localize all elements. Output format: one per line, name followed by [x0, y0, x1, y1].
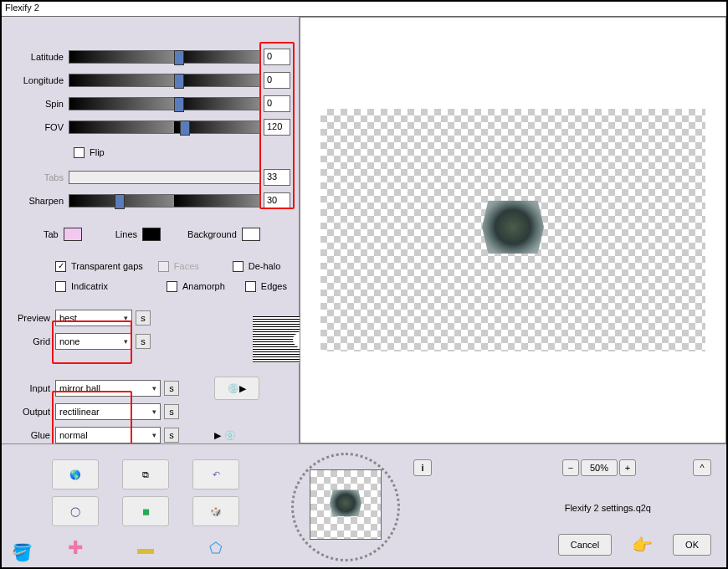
plus-pink-button[interactable]: ✚: [52, 533, 99, 563]
chevron-down-icon: ▾: [152, 408, 156, 416]
output-select-label: Output: [7, 407, 55, 417]
spin-slider[interactable]: [69, 97, 260, 110]
grid-select-label: Grid: [7, 336, 55, 346]
indicatrix-checkbox[interactable]: [55, 281, 66, 292]
dice-icon: 🎲: [210, 506, 222, 517]
play-icon: ▶: [214, 430, 221, 441]
transparent-gaps-checkbox[interactable]: [55, 261, 66, 272]
glue-select-label: Glue: [7, 430, 55, 440]
pentagon-icon: ⬠: [209, 539, 223, 557]
longitude-slider[interactable]: [69, 74, 260, 87]
pentagon-button[interactable]: ⬠: [192, 533, 239, 563]
square-icon-button[interactable]: ◼: [122, 496, 169, 526]
cancel-button[interactable]: Cancel: [558, 534, 612, 556]
chevron-down-icon: ▾: [152, 384, 156, 392]
slider-thumb[interactable]: [180, 120, 190, 136]
indicatrix-label: Indicatrix: [71, 281, 108, 291]
flip-checkbox[interactable]: [74, 147, 85, 158]
caret-up-icon: ^: [700, 463, 704, 473]
undo-icon-button[interactable]: ↶: [192, 459, 239, 490]
circle-icon: ◯: [70, 506, 80, 517]
plus-icon: ✚: [68, 537, 83, 559]
hand-pointer-icon: 👉: [632, 535, 653, 555]
zoom-in-button[interactable]: +: [619, 459, 636, 476]
spin-label: Spin: [2, 99, 69, 109]
slider-thumb[interactable]: [174, 50, 184, 65]
preview-image: [482, 197, 544, 257]
anamorph-checkbox[interactable]: [167, 281, 177, 292]
mini-preview-image: [330, 488, 361, 518]
disc-icon: 💿: [224, 430, 236, 441]
square-icon: ◼: [142, 506, 150, 517]
disc-play-icon: 💿▶: [228, 383, 246, 394]
faces-label: Faces: [174, 261, 199, 271]
fov-label: FOV: [2, 122, 69, 132]
circle-icon-button[interactable]: ◯: [52, 496, 99, 526]
dice-icon-button[interactable]: 🎲: [192, 496, 239, 526]
preview-grid-highlight-box: [52, 320, 132, 364]
paint-bucket-icon[interactable]: 🪣: [12, 542, 33, 562]
dehalo-label: De-halo: [249, 261, 281, 271]
output-s-button[interactable]: s: [164, 404, 179, 419]
edges-label: Edges: [261, 281, 287, 291]
tabs-slider: [69, 171, 260, 184]
window-title: Flexify 2: [5, 3, 39, 13]
dehalo-checkbox[interactable]: [233, 261, 244, 272]
controls-panel: Latitude 0 Longitude 0 Spin 0 FOV: [2, 17, 300, 443]
latitude-label: Latitude: [2, 52, 69, 62]
globe-icon: 🌎: [69, 469, 81, 480]
input-s-button[interactable]: s: [164, 381, 179, 396]
edges-checkbox[interactable]: [245, 281, 256, 292]
preview-select-label: Preview: [7, 313, 55, 323]
settings-file-label: Flexify 2 settings.q2q: [565, 503, 651, 513]
slider-thumb[interactable]: [174, 74, 184, 89]
copy-icon: ⧉: [142, 469, 149, 480]
slider-thumb[interactable]: [174, 97, 184, 112]
anamorph-label: Anamorph: [182, 281, 225, 291]
tabs-label: Tabs: [2, 172, 69, 182]
bottom-panel: 🌎 ⧉ ↶ ◯ ◼ 🎲 ✚ ▬ ⬠ 🪣: [2, 443, 726, 567]
flip-label: Flip: [90, 147, 105, 157]
fov-slider[interactable]: [69, 120, 260, 134]
copy-icon-button[interactable]: ⧉: [122, 459, 169, 490]
grid-s-button[interactable]: s: [136, 334, 151, 349]
plus-icon: +: [625, 463, 630, 473]
preview-s-button[interactable]: s: [136, 310, 151, 326]
longitude-label: Longitude: [2, 75, 69, 85]
ok-button[interactable]: OK: [673, 534, 711, 556]
chevron-down-icon: ▾: [152, 431, 156, 439]
background-color-label: Background: [187, 229, 237, 239]
tab-color-swatch[interactable]: [64, 228, 82, 241]
glue-s-button[interactable]: s: [164, 428, 179, 443]
globe-icon-button[interactable]: 🌎: [52, 459, 99, 490]
background-color-swatch[interactable]: [242, 228, 260, 241]
slider-thumb[interactable]: [115, 194, 125, 209]
info-button[interactable]: i: [413, 459, 432, 476]
preview-canvas[interactable]: [320, 109, 705, 351]
lines-color-label: Lines: [115, 229, 137, 239]
zoom-out-button[interactable]: −: [562, 459, 579, 476]
minus-icon: −: [568, 463, 573, 473]
play-disc-button[interactable]: 💿▶: [214, 377, 259, 400]
mini-preview[interactable]: [310, 469, 382, 540]
transparent-gaps-label: Transparent gaps: [71, 261, 143, 271]
brick-button[interactable]: ▬: [122, 533, 169, 563]
tab-color-label: Tab: [44, 229, 59, 239]
sharpen-slider[interactable]: [69, 194, 260, 208]
faces-checkbox: [158, 261, 169, 272]
title-bar: Flexify 2: [2, 2, 726, 17]
info-icon: i: [421, 463, 423, 473]
preview-panel: [300, 17, 726, 443]
lines-color-swatch[interactable]: [142, 228, 161, 241]
play-disc-secondary[interactable]: ▶💿: [214, 430, 236, 441]
values-highlight-box: [259, 42, 295, 209]
caret-button[interactable]: ^: [693, 459, 711, 476]
input-select-label: Input: [7, 383, 55, 393]
sharpen-label: Sharpen: [2, 196, 69, 206]
latitude-slider[interactable]: [69, 50, 260, 64]
undo-icon: ↶: [213, 469, 220, 480]
zoom-value[interactable]: 50%: [581, 459, 618, 476]
brick-icon: ▬: [137, 539, 154, 558]
